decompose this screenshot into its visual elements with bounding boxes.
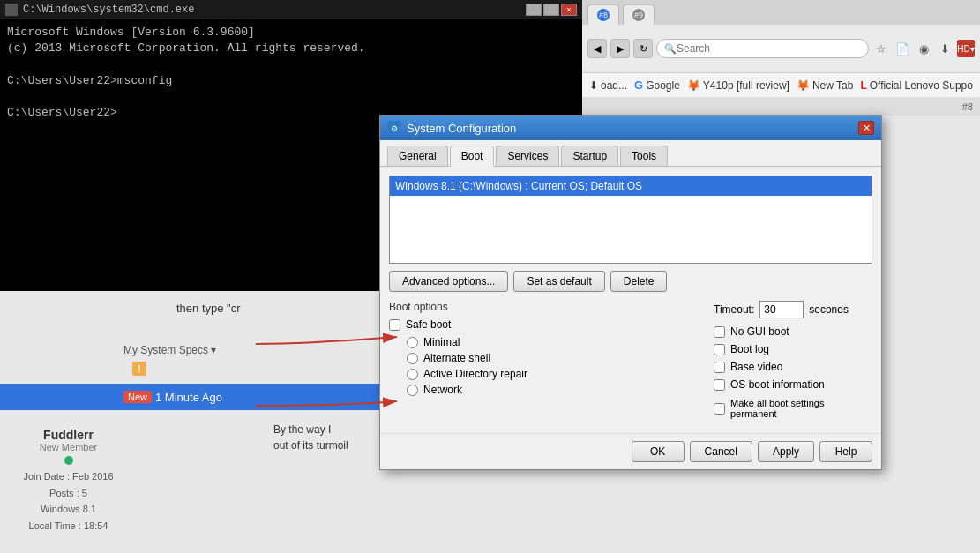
- search-bar: 🔍: [656, 39, 869, 58]
- os-boot-checkbox[interactable]: [714, 379, 725, 391]
- time-ago: 1 Minute Ago: [155, 391, 222, 404]
- active-directory-row: Active Directory repair: [407, 368, 703, 380]
- boot-log-label: Boot log: [730, 343, 769, 355]
- ok-button[interactable]: OK: [632, 441, 685, 462]
- base-video-checkbox[interactable]: [714, 362, 725, 373]
- no-gui-checkbox[interactable]: [714, 326, 725, 338]
- google-label: Google: [646, 79, 680, 92]
- set-default-button[interactable]: Set as default: [513, 271, 604, 292]
- tab-9-number: #9: [632, 9, 645, 21]
- new-tab-label: New Tab: [812, 79, 853, 92]
- cmd-line-5: [7, 89, 575, 105]
- timeout-label: Timeout:: [714, 303, 754, 316]
- dialog-tabs: General Boot Services Startup Tools: [380, 140, 881, 167]
- tab-8-number: #8: [597, 9, 610, 21]
- forward-button[interactable]: ▶: [610, 39, 630, 58]
- lenovo-label: Official Lenovo Suppo: [870, 79, 973, 92]
- tab-bar: #8 #9: [582, 0, 980, 25]
- svg-text:⚙: ⚙: [391, 124, 398, 133]
- os-list-box[interactable]: Windows 8.1 (C:\Windows) : Current OS; D…: [389, 176, 872, 264]
- dialog-close-button[interactable]: ✕: [858, 121, 874, 135]
- search-icon: 🔍: [664, 43, 677, 55]
- cmd-title: C:\Windows\system32\cmd.exe: [23, 4, 194, 16]
- bookmark-lenovo[interactable]: L Official Lenovo Suppo: [860, 79, 973, 92]
- boot-left-panel: Boot options Safe boot Minimal Alternate…: [389, 301, 703, 424]
- alternate-shell-label: Alternate shell: [423, 352, 490, 364]
- alternate-shell-radio[interactable]: [407, 353, 418, 364]
- close-button[interactable]: ✕: [561, 4, 577, 16]
- cancel-button[interactable]: Cancel: [690, 441, 752, 462]
- cmd-line-3: [7, 56, 575, 72]
- pocket-icon[interactable]: ◉: [915, 40, 932, 57]
- os-boot-info-label: OS boot information: [730, 378, 825, 391]
- minimal-label: Minimal: [423, 336, 460, 348]
- minimize-button[interactable]: _: [526, 4, 542, 16]
- bookmark-y410p[interactable]: 🦊 Y410p [full review]: [687, 79, 789, 92]
- active-directory-label: Active Directory repair: [423, 368, 527, 380]
- no-gui-row: No GUI boot: [714, 325, 872, 338]
- active-directory-radio[interactable]: [407, 369, 418, 380]
- network-label: Network: [423, 384, 462, 396]
- download-bookmark-label: oad...: [601, 79, 627, 92]
- boot-log-row: Boot log: [714, 343, 872, 355]
- post-number-bar-8: #8: [582, 98, 980, 116]
- minimal-radio[interactable]: [407, 337, 418, 348]
- search-input[interactable]: [677, 42, 861, 55]
- bookmark-download[interactable]: ⬇ oad...: [589, 79, 627, 92]
- os-list-item-selected[interactable]: Windows 8.1 (C:\Windows) : Current OS; D…: [390, 176, 872, 196]
- tab-9[interactable]: #9: [623, 4, 655, 25]
- safe-boot-label: Safe boot: [406, 318, 451, 331]
- forum-then-type: then type "cr: [176, 302, 241, 315]
- warning-icon: !: [132, 362, 146, 376]
- network-radio[interactable]: [407, 385, 418, 396]
- bookmark-new-tab[interactable]: 🦊 New Tab: [797, 79, 853, 92]
- seconds-label: seconds: [809, 303, 849, 316]
- tab-tools[interactable]: Tools: [620, 146, 668, 166]
- user-role: New Member: [0, 442, 137, 452]
- apply-button[interactable]: Apply: [758, 441, 814, 462]
- cmd-line-1: Microsoft Windows [Version 6.3.9600]: [7, 25, 575, 41]
- browser-toolbar: ◀ ▶ ↻ 🔍 ☆ 📄 ◉ ⬇ HD▾: [582, 25, 980, 73]
- help-button[interactable]: Help: [819, 441, 872, 462]
- boot-options-label: Boot options: [389, 301, 703, 313]
- cmd-line-2: (c) 2013 Microsoft Corporation. All righ…: [7, 41, 575, 56]
- dialog-title: System Configuration: [407, 122, 516, 135]
- tab-boot[interactable]: Boot: [450, 146, 495, 167]
- tab-services[interactable]: Services: [496, 146, 559, 166]
- radio-group: Minimal Alternate shell Active Directory…: [407, 336, 703, 396]
- boot-options-section: Boot options Safe boot Minimal Alternate…: [389, 301, 872, 424]
- hd-icon[interactable]: HD▾: [957, 40, 975, 57]
- dialog-footer: OK Cancel Apply Help: [380, 433, 881, 469]
- network-row: Network: [407, 384, 703, 396]
- no-gui-label: No GUI boot: [730, 325, 789, 338]
- alternate-shell-row: Alternate shell: [407, 352, 703, 364]
- dialog-titlebar: ⚙ System Configuration ✕: [380, 116, 881, 140]
- os-info: Windows 8.1: [0, 501, 137, 518]
- cmd-icon: [5, 4, 18, 16]
- tab-8[interactable]: #8: [587, 4, 619, 25]
- bookmark-icon[interactable]: 📄: [894, 40, 911, 57]
- boot-log-checkbox[interactable]: [714, 344, 725, 355]
- cmd-titlebar: C:\Windows\system32\cmd.exe _ □ ✕: [0, 0, 582, 19]
- tab-startup[interactable]: Startup: [561, 146, 618, 166]
- y410p-icon: 🦊: [687, 79, 700, 92]
- lenovo-icon: L: [860, 79, 866, 92]
- download-icon[interactable]: ⬇: [936, 40, 954, 57]
- my-system-specs[interactable]: My System Specs ▾: [123, 344, 216, 356]
- safe-boot-checkbox[interactable]: [389, 319, 400, 331]
- bookmark-google[interactable]: G Google: [634, 78, 680, 92]
- timeout-input[interactable]: [759, 301, 804, 318]
- dialog-body: Windows 8.1 (C:\Windows) : Current OS; D…: [380, 167, 881, 433]
- delete-button[interactable]: Delete: [610, 271, 668, 292]
- back-button[interactable]: ◀: [587, 39, 607, 58]
- refresh-button[interactable]: ↻: [633, 39, 653, 58]
- make-permanent-checkbox[interactable]: [714, 403, 725, 415]
- bookmarks-bar: ⬇ oad... G Google 🦊 Y410p [full review] …: [582, 73, 980, 98]
- dialog-app-icon: ⚙: [387, 121, 401, 135]
- maximize-button[interactable]: □: [543, 4, 559, 16]
- minimal-row: Minimal: [407, 336, 703, 348]
- tab-general[interactable]: General: [387, 146, 448, 166]
- star-icon[interactable]: ☆: [872, 40, 890, 57]
- timeout-row: Timeout: seconds: [714, 301, 872, 318]
- advanced-options-button[interactable]: Advanced options...: [389, 271, 508, 292]
